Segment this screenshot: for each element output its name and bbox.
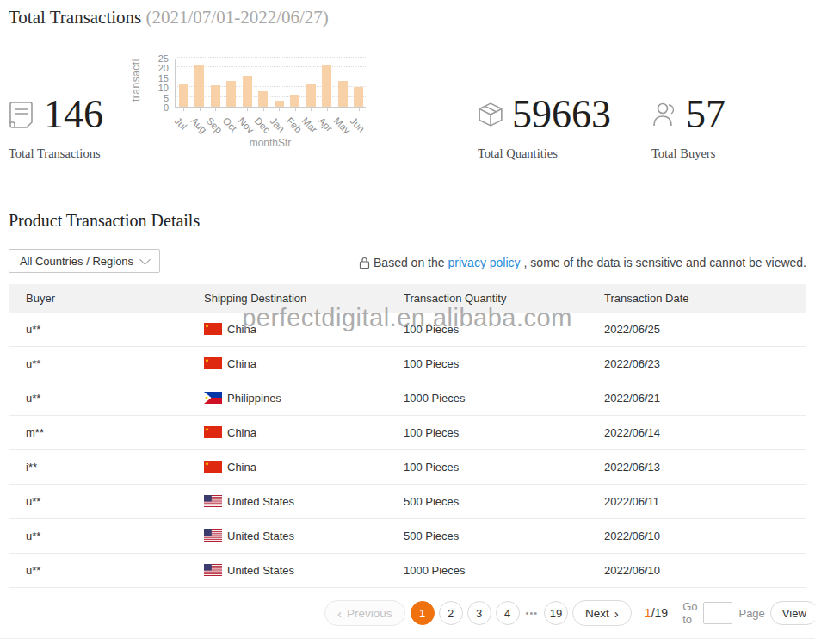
y-tick-label: 25 (148, 53, 169, 64)
buyer-cell: u** (9, 495, 204, 508)
quantity-cell: 500 Pieces (404, 529, 604, 542)
pagination-ellipsis[interactable]: ••• (524, 608, 540, 618)
x-tick-label: Jun (348, 115, 367, 134)
transaction-overview-page: Total Transactions (2021/07/01-2022/06/2… (0, 0, 815, 644)
view-button[interactable]: View (770, 601, 815, 625)
quantity-cell: 100 Pieces (404, 323, 604, 336)
bar-mar (306, 84, 316, 107)
united-states-flag-icon (204, 495, 222, 507)
x-tick-mark (279, 107, 280, 111)
x-tick-label: Nov (237, 115, 256, 135)
chevron-down-icon (139, 254, 151, 265)
page-title-text: Total Transactions (9, 7, 141, 28)
bar-may (338, 81, 348, 107)
y-tick-label: 5 (148, 93, 169, 103)
buyer-cell: u** (9, 357, 204, 370)
table-header-row: Buyer Shipping Destination Transaction Q… (9, 284, 806, 313)
x-tick-mark (247, 107, 248, 111)
table-row: u**United States500 Pieces2022/06/10 (9, 519, 806, 554)
date-cell: 2022/06/23 (604, 357, 806, 370)
page-indicator: 1/19 (645, 606, 668, 620)
page-number-list: 1234•••19 (411, 601, 569, 625)
bar-nov (243, 76, 252, 107)
page-button-4[interactable]: 4 (496, 601, 520, 625)
previous-page-button[interactable]: ‹ Previous (324, 600, 405, 626)
document-icon (9, 101, 35, 129)
total-quantities-value: 59663 (512, 95, 611, 134)
y-tick-label: 0 (148, 102, 169, 113)
buyer-cell: m** (9, 426, 204, 439)
total-buyers-value: 57 (686, 95, 725, 134)
table-row: m**China100 Pieces2022/06/14 (9, 416, 806, 450)
bar-jul (179, 84, 188, 107)
date-cell: 2022/06/10 (604, 529, 806, 542)
page-button-3[interactable]: 3 (467, 601, 491, 625)
destination-cell: China (204, 426, 404, 439)
box-icon (478, 102, 503, 127)
china-flag-icon (204, 357, 222, 369)
x-tick-label: Apr (316, 115, 334, 133)
quantity-cell: 1000 Pieces (404, 392, 604, 405)
bar-dec (258, 91, 268, 107)
x-tick-mark (232, 107, 232, 111)
stat-total-quantities: 59663 Total Quantities (478, 95, 611, 161)
table-row: u**Philippines1000 Pieces2022/06/21 (9, 381, 806, 416)
table-row: u**China100 Pieces2022/06/25 (9, 313, 806, 347)
buyer-cell: u** (9, 529, 204, 542)
x-tick-label: Jan (269, 115, 287, 134)
country-filter-dropdown[interactable]: All Countries / Regions (9, 249, 160, 273)
table-row: u**China100 Pieces2022/06/23 (9, 347, 806, 381)
goto-label: Go to (682, 600, 697, 626)
x-tick-label: Oct (220, 115, 238, 133)
x-tick-mark (295, 107, 296, 111)
chart-y-axis-label: transacti (130, 46, 142, 102)
buyer-icon (651, 101, 677, 128)
x-tick-mark (183, 107, 184, 111)
bar-sep (211, 85, 220, 107)
page-button-1[interactable]: 1 (411, 601, 435, 625)
bar-apr (322, 65, 331, 107)
x-tick-mark (263, 107, 264, 111)
chevron-left-icon: ‹ (337, 607, 342, 620)
next-page-button[interactable]: Next › (572, 600, 632, 626)
total-quantities-label: Total Quantities (478, 146, 611, 161)
x-tick-label: Sep (205, 115, 225, 135)
date-cell: 2022/06/21 (604, 392, 806, 405)
chart-yaxis: 0510152025 (151, 59, 171, 108)
x-tick-mark (343, 107, 343, 111)
buyer-cell: u** (9, 392, 204, 405)
date-range: (2021/07/01-2022/06/27) (146, 7, 329, 28)
destination-cell: United States (204, 564, 404, 577)
united-states-flag-icon (204, 564, 222, 576)
col-transaction-quantity: Transaction Quantity (404, 292, 604, 305)
stat-total-buyers: 57 Total Buyers (651, 95, 725, 161)
page-button-2[interactable]: 2 (439, 601, 463, 625)
col-shipping-destination: Shipping Destination (204, 292, 404, 305)
date-cell: 2022/06/11 (604, 495, 806, 508)
china-flag-icon (204, 461, 222, 473)
quantity-cell: 100 Pieces (404, 426, 604, 439)
col-transaction-date: Transaction Date (604, 292, 806, 305)
united-states-flag-icon (204, 529, 222, 542)
destination-cell: United States (204, 529, 404, 542)
privacy-text-prefix: Based on the (374, 256, 445, 269)
x-tick-label: Feb (284, 115, 304, 135)
privacy-policy-link[interactable]: privacy policy (448, 256, 521, 269)
y-tick-label: 15 (148, 73, 169, 84)
x-tick-label: Mar (300, 115, 319, 134)
x-tick-mark (311, 107, 312, 111)
philippines-flag-icon (204, 392, 222, 404)
buyer-cell: i** (9, 461, 204, 474)
section-heading: Product Transaction Details (9, 211, 200, 231)
bar-jan (275, 101, 284, 107)
goto-page-input[interactable] (703, 602, 732, 624)
table-body: u**China100 Pieces2022/06/25u**China100 … (9, 313, 806, 588)
x-tick-mark (359, 107, 360, 111)
date-cell: 2022/06/25 (604, 323, 806, 336)
x-tick-label: Jul (173, 115, 189, 132)
quantity-cell: 100 Pieces (404, 357, 604, 370)
total-transactions-value: 146 (44, 95, 103, 134)
x-tick-mark (200, 107, 201, 111)
quantity-cell: 100 Pieces (404, 461, 604, 474)
page-button-19[interactable]: 19 (544, 601, 568, 625)
